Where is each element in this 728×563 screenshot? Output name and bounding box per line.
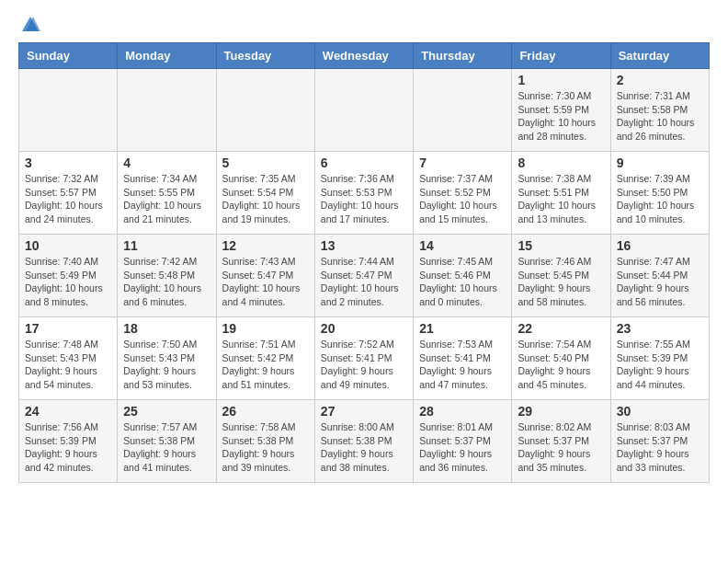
calendar-cell: 7Sunrise: 7:37 AMSunset: 5:52 PMDaylight…	[414, 152, 512, 235]
page-header	[0, 0, 728, 42]
day-info: Sunrise: 7:54 AMSunset: 5:40 PMDaylight:…	[518, 338, 604, 392]
day-info: Sunrise: 7:39 AMSunset: 5:50 PMDaylight:…	[617, 172, 703, 226]
day-number: 30	[617, 404, 703, 419]
day-info: Sunrise: 7:46 AMSunset: 5:45 PMDaylight:…	[518, 255, 604, 309]
day-number: 7	[419, 155, 506, 170]
day-info: Sunrise: 7:32 AMSunset: 5:57 PMDaylight:…	[25, 172, 111, 226]
day-number: 9	[617, 155, 703, 170]
calendar-header-row: SundayMondayTuesdayWednesdayThursdayFrid…	[19, 43, 710, 69]
day-info: Sunrise: 7:52 AMSunset: 5:41 PMDaylight:…	[321, 338, 407, 392]
day-number: 25	[123, 404, 210, 419]
day-number: 26	[222, 404, 309, 419]
day-number: 1	[518, 73, 604, 87]
calendar-cell: 9Sunrise: 7:39 AMSunset: 5:50 PMDaylight…	[610, 152, 709, 235]
day-number: 14	[419, 238, 506, 253]
day-number: 6	[321, 155, 407, 170]
calendar-cell: 17Sunrise: 7:48 AMSunset: 5:43 PMDayligh…	[19, 317, 118, 400]
calendar-cell	[118, 69, 216, 152]
day-number: 8	[518, 155, 604, 170]
calendar-cell: 27Sunrise: 8:00 AMSunset: 5:38 PMDayligh…	[314, 400, 413, 483]
weekday-header-monday: Monday	[118, 43, 216, 69]
calendar-cell: 5Sunrise: 7:35 AMSunset: 5:54 PMDaylight…	[216, 152, 314, 235]
day-number: 13	[321, 238, 407, 253]
day-number: 20	[321, 321, 407, 336]
calendar-cell: 22Sunrise: 7:54 AMSunset: 5:40 PMDayligh…	[512, 317, 610, 400]
day-number: 11	[123, 238, 210, 253]
calendar-cell: 4Sunrise: 7:34 AMSunset: 5:55 PMDaylight…	[118, 152, 216, 235]
calendar-cell	[19, 69, 118, 152]
calendar-cell: 16Sunrise: 7:47 AMSunset: 5:44 PMDayligh…	[610, 235, 709, 317]
calendar-cell	[216, 69, 314, 152]
calendar-cell: 1Sunrise: 7:30 AMSunset: 5:59 PMDaylight…	[512, 69, 610, 152]
day-info: Sunrise: 7:50 AMSunset: 5:43 PMDaylight:…	[123, 338, 210, 392]
day-info: Sunrise: 7:40 AMSunset: 5:49 PMDaylight:…	[25, 255, 111, 309]
calendar-cell: 15Sunrise: 7:46 AMSunset: 5:45 PMDayligh…	[512, 235, 610, 317]
day-info: Sunrise: 7:36 AMSunset: 5:53 PMDaylight:…	[321, 172, 407, 226]
calendar-week-row: 3Sunrise: 7:32 AMSunset: 5:57 PMDaylight…	[19, 152, 710, 235]
logo	[18, 15, 40, 35]
day-number: 4	[123, 155, 210, 170]
calendar-cell: 25Sunrise: 7:57 AMSunset: 5:38 PMDayligh…	[118, 400, 216, 483]
calendar-cell: 6Sunrise: 7:36 AMSunset: 5:53 PMDaylight…	[314, 152, 413, 235]
day-info: Sunrise: 7:35 AMSunset: 5:54 PMDaylight:…	[222, 172, 309, 226]
calendar-week-row: 1Sunrise: 7:30 AMSunset: 5:59 PMDaylight…	[19, 69, 710, 152]
day-number: 17	[25, 321, 111, 336]
calendar-cell: 20Sunrise: 7:52 AMSunset: 5:41 PMDayligh…	[314, 317, 413, 400]
day-info: Sunrise: 7:38 AMSunset: 5:51 PMDaylight:…	[518, 172, 604, 226]
day-number: 29	[518, 404, 604, 419]
day-info: Sunrise: 7:47 AMSunset: 5:44 PMDaylight:…	[617, 255, 703, 309]
calendar-table: SundayMondayTuesdayWednesdayThursdayFrid…	[18, 42, 710, 483]
day-number: 12	[222, 238, 309, 253]
day-number: 2	[617, 73, 703, 87]
day-number: 28	[419, 404, 506, 419]
day-info: Sunrise: 7:45 AMSunset: 5:46 PMDaylight:…	[419, 255, 506, 309]
day-info: Sunrise: 7:37 AMSunset: 5:52 PMDaylight:…	[419, 172, 506, 226]
day-info: Sunrise: 7:57 AMSunset: 5:38 PMDaylight:…	[123, 420, 210, 475]
day-info: Sunrise: 7:58 AMSunset: 5:38 PMDaylight:…	[222, 420, 309, 475]
calendar-week-row: 17Sunrise: 7:48 AMSunset: 5:43 PMDayligh…	[19, 317, 710, 400]
day-info: Sunrise: 8:01 AMSunset: 5:37 PMDaylight:…	[419, 420, 506, 475]
day-number: 27	[321, 404, 407, 419]
day-number: 23	[617, 321, 703, 336]
calendar-cell: 8Sunrise: 7:38 AMSunset: 5:51 PMDaylight…	[512, 152, 610, 235]
day-info: Sunrise: 7:31 AMSunset: 5:58 PMDaylight:…	[617, 89, 703, 144]
day-info: Sunrise: 7:44 AMSunset: 5:47 PMDaylight:…	[321, 255, 407, 309]
day-info: Sunrise: 7:42 AMSunset: 5:48 PMDaylight:…	[123, 255, 210, 309]
calendar-cell	[314, 69, 413, 152]
calendar-cell: 24Sunrise: 7:56 AMSunset: 5:39 PMDayligh…	[19, 400, 118, 483]
calendar-cell: 11Sunrise: 7:42 AMSunset: 5:48 PMDayligh…	[118, 235, 216, 317]
day-info: Sunrise: 8:00 AMSunset: 5:38 PMDaylight:…	[321, 420, 407, 475]
calendar-wrapper: SundayMondayTuesdayWednesdayThursdayFrid…	[0, 42, 728, 492]
day-info: Sunrise: 7:56 AMSunset: 5:39 PMDaylight:…	[25, 420, 111, 475]
calendar-cell: 29Sunrise: 8:02 AMSunset: 5:37 PMDayligh…	[512, 400, 610, 483]
weekday-header-thursday: Thursday	[414, 43, 512, 69]
calendar-cell: 26Sunrise: 7:58 AMSunset: 5:38 PMDayligh…	[216, 400, 314, 483]
day-info: Sunrise: 7:55 AMSunset: 5:39 PMDaylight:…	[617, 338, 703, 392]
day-number: 10	[25, 238, 111, 253]
day-info: Sunrise: 7:34 AMSunset: 5:55 PMDaylight:…	[123, 172, 210, 226]
day-number: 22	[518, 321, 604, 336]
calendar-cell: 13Sunrise: 7:44 AMSunset: 5:47 PMDayligh…	[314, 235, 413, 317]
day-info: Sunrise: 7:53 AMSunset: 5:41 PMDaylight:…	[419, 338, 506, 392]
calendar-cell: 23Sunrise: 7:55 AMSunset: 5:39 PMDayligh…	[610, 317, 709, 400]
weekday-header-wednesday: Wednesday	[314, 43, 413, 69]
day-number: 5	[222, 155, 309, 170]
calendar-cell: 3Sunrise: 7:32 AMSunset: 5:57 PMDaylight…	[19, 152, 118, 235]
day-info: Sunrise: 7:48 AMSunset: 5:43 PMDaylight:…	[25, 338, 111, 392]
day-number: 19	[222, 321, 309, 336]
calendar-cell: 10Sunrise: 7:40 AMSunset: 5:49 PMDayligh…	[19, 235, 118, 317]
day-info: Sunrise: 7:51 AMSunset: 5:42 PMDaylight:…	[222, 338, 309, 392]
day-info: Sunrise: 8:02 AMSunset: 5:37 PMDaylight:…	[518, 420, 604, 475]
calendar-cell: 12Sunrise: 7:43 AMSunset: 5:47 PMDayligh…	[216, 235, 314, 317]
weekday-header-friday: Friday	[512, 43, 610, 69]
day-number: 18	[123, 321, 210, 336]
day-info: Sunrise: 8:03 AMSunset: 5:37 PMDaylight:…	[617, 420, 703, 475]
calendar-cell: 28Sunrise: 8:01 AMSunset: 5:37 PMDayligh…	[414, 400, 512, 483]
calendar-cell: 21Sunrise: 7:53 AMSunset: 5:41 PMDayligh…	[414, 317, 512, 400]
calendar-week-row: 24Sunrise: 7:56 AMSunset: 5:39 PMDayligh…	[19, 400, 710, 483]
calendar-week-row: 10Sunrise: 7:40 AMSunset: 5:49 PMDayligh…	[19, 235, 710, 317]
logo-icon	[20, 15, 40, 35]
day-number: 16	[617, 238, 703, 253]
day-number: 24	[25, 404, 111, 419]
calendar-cell: 18Sunrise: 7:50 AMSunset: 5:43 PMDayligh…	[118, 317, 216, 400]
